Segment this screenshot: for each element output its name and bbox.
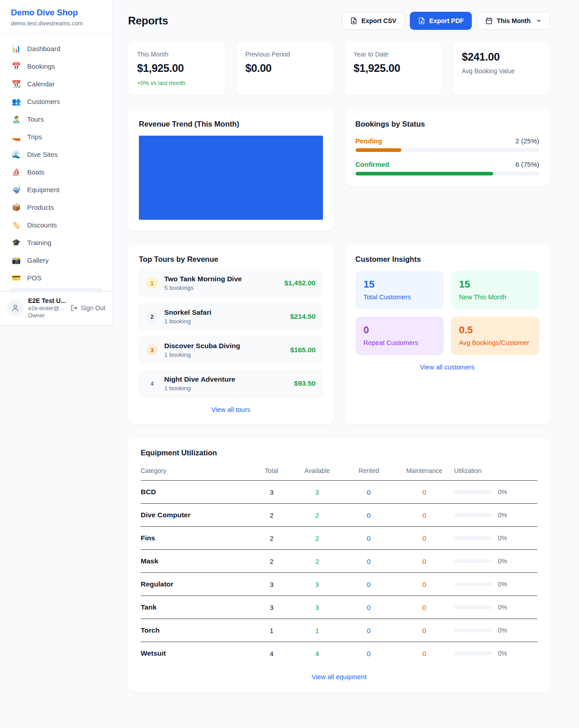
tour-name: Discover Scuba Diving — [164, 342, 240, 350]
cell-rented: 0 — [343, 550, 394, 573]
cell-category: Tank — [141, 596, 252, 619]
insight-tile-avg-bookings: 0.5 Avg Bookings/Customer — [451, 317, 539, 355]
file-download-icon — [350, 17, 357, 24]
calendar-icon — [485, 17, 493, 24]
tour-name: Snorkel Safari — [164, 308, 211, 317]
stat-value: $1,925.00 — [354, 62, 433, 75]
utilization-percent: 0% — [498, 488, 507, 496]
insight-label: Total Customers — [364, 293, 436, 301]
utilization-bar — [454, 652, 492, 655]
tour-row: 1 Two Tank Morning Dive 5 bookings $1,45… — [139, 269, 323, 297]
tour-bookings: 1 booking — [164, 385, 235, 392]
cell-category: Dive Computer — [141, 504, 252, 527]
sidebar-item-dive-sites[interactable]: 🌊 Dive Sites — [5, 146, 107, 163]
credit-card-icon: 💳 — [12, 274, 21, 282]
graduation-cap-icon: 🎓 — [12, 238, 21, 247]
cell-available: 4 — [291, 642, 343, 665]
sidebar-item-equipment[interactable]: 🤿 Equipment — [5, 181, 107, 199]
sidebar-item-reports-partial[interactable] — [10, 288, 103, 291]
export-pdf-button[interactable]: Export PDF — [410, 12, 472, 30]
island-icon: 🏝️ — [12, 115, 21, 123]
sidebar-item-gallery[interactable]: 📸 Gallery — [5, 251, 107, 269]
cell-category: Wetsuit — [141, 642, 252, 665]
cell-available: 2 — [291, 550, 343, 573]
bookings-by-status-title: Bookings by Status — [356, 120, 540, 128]
insight-label: Avg Bookings/Customer — [459, 339, 531, 346]
stat-value: $241.00 — [462, 51, 541, 63]
logout-icon — [71, 304, 78, 312]
utilization-percent: 0% — [498, 650, 507, 657]
sign-out-button[interactable]: Sign Out — [71, 304, 105, 312]
status-bar-fill — [356, 148, 402, 152]
col-available: Available — [291, 463, 343, 481]
sidebar-item-calendar[interactable]: 📆 Calendar — [5, 75, 107, 93]
period-dropdown[interactable]: This Month — [477, 12, 550, 30]
view-all-tours-link[interactable]: View all tours — [139, 406, 323, 413]
sidebar-item-label: Dive Sites — [27, 151, 58, 158]
brand-block: Demo Dive Shop demo.test.divestreams.com — [0, 0, 113, 33]
table-row: Regulator 3 3 0 0 0% — [141, 573, 537, 596]
cell-rented: 0 — [343, 573, 394, 596]
col-maintenance: Maintenance — [394, 463, 454, 481]
view-all-customers-link[interactable]: View all customers — [356, 364, 540, 371]
stat-card-this-month: This Month $1,925.00 +0% vs last month — [128, 42, 225, 95]
revenue-trend-title: Revenue Trend (This Month) — [139, 120, 323, 128]
chevron-down-icon — [536, 18, 542, 24]
calendar-icon: 📆 — [12, 80, 21, 88]
speedboat-icon: 🚤 — [12, 132, 21, 141]
insight-value: 15 — [364, 279, 436, 290]
sidebar-item-trips[interactable]: 🚤 Trips — [5, 128, 107, 146]
revenue-trend-card: Revenue Trend (This Month) — [128, 109, 334, 231]
cell-maintenance: 0 — [394, 550, 454, 573]
cell-total: 3 — [252, 573, 292, 596]
sidebar-item-customers[interactable]: 👥 Customers — [5, 93, 107, 110]
sidebar-item-bookings[interactable]: 📅 Bookings — [5, 57, 107, 75]
cell-total: 2 — [252, 504, 292, 527]
cell-maintenance: 0 — [394, 619, 454, 642]
customers-icon: 👥 — [12, 97, 21, 106]
wave-icon: 🌊 — [12, 150, 21, 159]
file-download-icon — [418, 17, 425, 24]
sidebar-item-boats[interactable]: ⛵ Boats — [5, 163, 107, 181]
cell-available: 1 — [291, 619, 343, 642]
sidebar-item-pos[interactable]: 💳 POS — [5, 269, 107, 287]
stat-card-avg-booking-value: $241.00 Avg Booking Value — [453, 42, 550, 95]
cell-total: 2 — [252, 527, 292, 550]
sidebar-item-tours[interactable]: 🏝️ Tours — [5, 110, 107, 128]
bookings-icon: 📅 — [12, 62, 21, 71]
insight-value: 0 — [364, 324, 436, 336]
page-title: Reports — [128, 14, 168, 27]
insight-value: 15 — [459, 279, 531, 290]
view-all-equipment-link[interactable]: View all equipment — [141, 673, 537, 681]
cell-maintenance: 0 — [394, 642, 454, 665]
cell-rented: 0 — [343, 619, 394, 642]
status-bar-track — [356, 172, 540, 175]
stat-delta: +0% vs last month — [137, 80, 216, 86]
sidebar-item-label: Equipment — [27, 186, 60, 194]
col-rented: Rented — [343, 463, 394, 481]
utilization-percent: 0% — [498, 581, 507, 588]
cell-total: 3 — [252, 481, 292, 504]
insight-grid: 15 Total Customers 15 New This Month 0 R… — [356, 271, 540, 355]
bookings-by-status-card: Bookings by Status Pending 2 (25%) Confi… — [345, 109, 551, 186]
charts-row: Revenue Trend (This Month) Bookings by S… — [128, 109, 550, 231]
sidebar-item-products[interactable]: 📦 Products — [5, 199, 107, 216]
stat-card-previous-period: Previous Period $0.00 — [236, 42, 333, 95]
export-csv-button[interactable]: Export CSV — [342, 12, 404, 30]
tour-name: Night Dive Adventure — [164, 375, 235, 383]
main-content: Reports Export CSV Export PDF This Month… — [114, 0, 579, 712]
sidebar-item-discounts[interactable]: 🏷️ Discounts — [5, 216, 107, 234]
rank-badge: 1 — [146, 277, 158, 289]
stat-label: Year to Date — [354, 51, 433, 58]
insight-tile-new-this-month: 15 New This Month — [451, 271, 539, 309]
tour-amount: $165.00 — [290, 346, 315, 354]
insight-tile-repeat-customers: 0 Repeat Customers — [356, 317, 444, 355]
cell-rented: 0 — [343, 642, 394, 665]
rank-badge: 4 — [146, 378, 158, 389]
table-row: Torch 1 1 0 0 0% — [141, 619, 537, 642]
status-value: 6 (75%) — [515, 161, 539, 168]
sidebar-item-training[interactable]: 🎓 Training — [5, 234, 107, 251]
equipment-title: Equipment Utilization — [141, 449, 537, 457]
sidebar-item-dashboard[interactable]: 📊 Dashboard — [5, 40, 107, 57]
status-row-confirmed: Confirmed 6 (75%) — [356, 161, 540, 175]
